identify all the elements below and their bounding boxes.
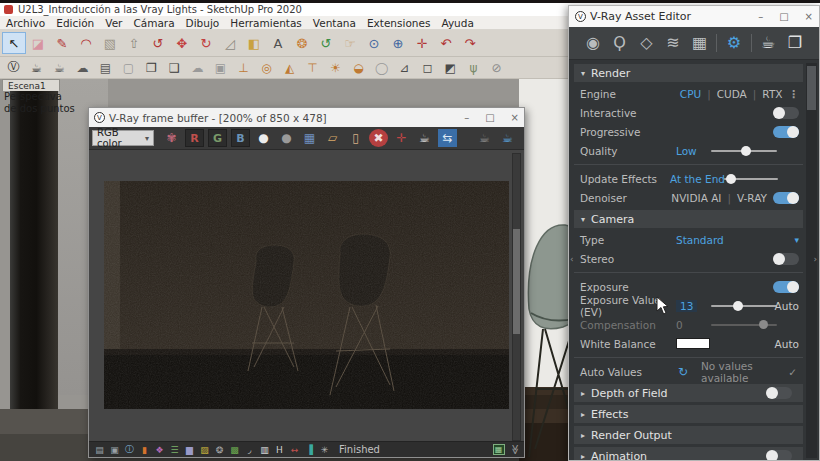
- exposure-toggle[interactable]: [773, 281, 799, 293]
- update-effects-slider[interactable]: [724, 173, 778, 185]
- minimize-button[interactable]: –: [464, 112, 469, 123]
- vray-plane-light-icon[interactable]: ⊥: [232, 58, 255, 77]
- vray-omni-light-icon[interactable]: ☀: [324, 58, 347, 77]
- vray-fur-icon[interactable]: ψ: [462, 58, 485, 77]
- section-header-depth-of-field[interactable]: ▸ Depth of Field: [574, 384, 803, 402]
- gray-channel-icon[interactable]: ●: [277, 129, 296, 147]
- status-gradient-icon[interactable]: ▮: [138, 444, 151, 456]
- materials-icon[interactable]: ◉: [583, 32, 603, 54]
- interactive-toggle[interactable]: [773, 107, 799, 119]
- green-channel-icon[interactable]: G: [208, 129, 227, 147]
- render-teapot-icon[interactable]: ☕: [758, 32, 778, 54]
- materials-palette-icon[interactable]: ❂: [290, 32, 314, 54]
- animation-toggle[interactable]: [766, 450, 792, 460]
- previous-view-icon[interactable]: ↶: [434, 32, 458, 54]
- close-button[interactable]: ×: [805, 11, 813, 22]
- arc-tool-icon[interactable]: ◠: [74, 32, 98, 54]
- vray-viewer-icon[interactable]: ▢: [117, 58, 140, 77]
- render-elements-icon[interactable]: ▦: [690, 32, 710, 54]
- text-tool-icon[interactable]: A: [266, 32, 290, 54]
- vray-clipper-icon[interactable]: ⊿: [393, 58, 416, 77]
- toolbar-gap[interactable]: [461, 129, 471, 147]
- interactive-render-icon[interactable]: ☕: [415, 129, 434, 147]
- status-exposure-icon[interactable]: ▨: [198, 444, 211, 456]
- clipboard-icon[interactable]: ▯: [346, 129, 365, 147]
- menu-ver[interactable]: Ver: [105, 17, 122, 29]
- section-header-animation[interactable]: ▸ Animation: [574, 447, 803, 460]
- status-region-icon[interactable]: ▣: [108, 444, 121, 456]
- next-view-icon[interactable]: ↷: [458, 32, 482, 54]
- engine-cpu-tab[interactable]: CPU: [680, 88, 701, 100]
- minimize-button[interactable]: –: [758, 11, 763, 22]
- track-mouse-icon[interactable]: ✛: [392, 129, 411, 147]
- scene-tab[interactable]: Escena1: [2, 79, 60, 91]
- status-save-icon[interactable]: ▤: [93, 444, 106, 456]
- progressive-toggle[interactable]: [773, 126, 799, 138]
- settings-icon[interactable]: ⚙: [724, 32, 744, 54]
- status-ab-icon[interactable]: ▐: [303, 444, 316, 456]
- rotate-tool-icon[interactable]: ↻: [194, 32, 218, 54]
- denoiser-toggle[interactable]: [773, 192, 799, 204]
- ae-scrollbar-thumb[interactable]: [807, 66, 816, 110]
- vfb-settings-icon[interactable]: ⇆: [438, 129, 457, 147]
- status-white-balance-icon[interactable]: ▥: [258, 444, 271, 456]
- pushpull-tool-icon[interactable]: ⇧: [122, 32, 146, 54]
- vray-ies-light-icon[interactable]: ⊤: [301, 58, 324, 77]
- status-lut-icon[interactable]: ▩: [228, 444, 241, 456]
- quality-slider[interactable]: [711, 145, 777, 157]
- move-tool-icon[interactable]: ✥: [170, 32, 194, 54]
- vray-spot-light-icon[interactable]: ◭: [278, 58, 301, 77]
- load-image-icon[interactable]: ▱: [323, 129, 342, 147]
- vray-sphere-icon[interactable]: ◯: [370, 58, 393, 77]
- menu-ventana[interactable]: Ventana: [313, 17, 356, 29]
- followme-tool-icon[interactable]: ↺: [146, 32, 170, 54]
- section-header-render-output[interactable]: ▸ Render Output: [574, 426, 803, 444]
- paint-bucket-icon[interactable]: ◧: [242, 32, 266, 54]
- status-sharpen-icon[interactable]: ✳: [318, 444, 331, 456]
- section-header-effects[interactable]: ▸ Effects: [574, 405, 803, 423]
- toolbar-separator[interactable]: [716, 34, 717, 52]
- quality-value[interactable]: Low: [676, 145, 697, 157]
- engine-rtx-tab[interactable]: RTX: [762, 88, 782, 100]
- eraser-tool-icon[interactable]: ◪: [26, 32, 50, 54]
- white-balance-swatch[interactable]: [676, 338, 710, 349]
- status-compare-icon[interactable]: ↔: [288, 444, 301, 456]
- line-tool-icon[interactable]: ✎: [50, 32, 74, 54]
- vray-dome-light-icon[interactable]: ◒: [347, 58, 370, 77]
- channel-select[interactable]: RGB color ▾: [92, 130, 154, 146]
- collapse-statusbar-icon[interactable]: ≫: [509, 444, 520, 454]
- exposure-value-slider[interactable]: [711, 300, 777, 312]
- white-channel-icon[interactable]: ●: [254, 129, 273, 147]
- open-frame-buffer-icon[interactable]: ❐: [785, 32, 805, 54]
- exposure-value-input[interactable]: 13: [676, 300, 697, 312]
- update-effects-value[interactable]: At the End: [670, 173, 725, 185]
- vray-cloud-batch-icon[interactable]: ☁: [186, 58, 209, 77]
- status-levels-icon[interactable]: ☰: [168, 444, 181, 456]
- select-tool-icon[interactable]: ↖: [2, 32, 26, 54]
- toolbar-separator[interactable]: [751, 34, 752, 52]
- fb-scrollbar-thumb[interactable]: [513, 229, 520, 334]
- pan-tool-icon[interactable]: ☞: [338, 32, 362, 54]
- maximize-button[interactable]: □: [485, 112, 494, 123]
- white-balance-auto-button[interactable]: Auto: [775, 338, 799, 350]
- engine-menu-icon[interactable]: ⋮: [789, 88, 800, 100]
- vray-render-interactive-icon[interactable]: ☕: [48, 58, 71, 77]
- status-histogram-icon[interactable]: ▆: [183, 444, 196, 456]
- camera-type-value[interactable]: Standard: [676, 234, 724, 246]
- blue-channel-icon[interactable]: B: [231, 129, 250, 147]
- vfb-channel-corner-icon[interactable]: ▦: [493, 444, 505, 455]
- menu-edicion[interactable]: Edición: [56, 17, 94, 29]
- maximize-button[interactable]: □: [779, 11, 788, 22]
- lights-icon[interactable]: Ϙ: [610, 32, 630, 54]
- vray-cloud-icon[interactable]: ☁: [71, 58, 94, 77]
- status-aperture-icon[interactable]: ❂: [213, 444, 226, 456]
- menu-herramientas[interactable]: Herramientas: [230, 17, 302, 29]
- orbit-tool-icon[interactable]: ↺: [314, 32, 338, 54]
- panel-collapse-left-icon[interactable]: ‹: [570, 254, 574, 264]
- vray-textured-cube-icon[interactable]: ◩: [439, 58, 462, 77]
- check-icon[interactable]: ✓: [788, 366, 797, 378]
- vray-sphere-light-icon[interactable]: ◎: [255, 58, 278, 77]
- textures-icon[interactable]: ≋: [663, 32, 683, 54]
- zoom-extents-icon[interactable]: ✛: [410, 32, 434, 54]
- refresh-icon[interactable]: ↻: [678, 365, 688, 379]
